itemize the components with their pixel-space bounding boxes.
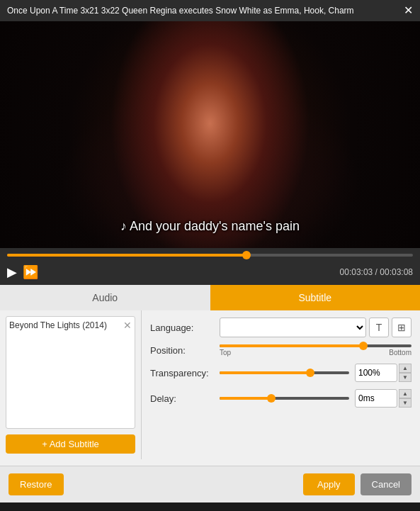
- settings-panel: Audio Subtitle Beyond The Lights (2014) …: [0, 285, 420, 466]
- tab-bar: Audio Subtitle: [0, 285, 420, 310]
- delay-slider-wrap: [220, 397, 349, 400]
- transparency-label: Transparency:: [150, 368, 214, 378]
- video-subtitle: ♪ And your daddy's name's pain: [0, 219, 420, 234]
- delay-value-wrap: 0ms ▲ ▼: [355, 389, 412, 408]
- position-label: Position:: [150, 345, 214, 356]
- close-button[interactable]: ✕: [404, 5, 413, 16]
- transparency-row: Transparency: 100% ▲ ▼: [150, 364, 412, 382]
- playback-controls: ▶ ⏩ 00:03:03 / 00:03:08: [0, 259, 420, 285]
- transparency-spinner: ▲ ▼: [399, 364, 412, 382]
- title-bar: Once Upon A Time 3x21 3x22 Queen Regina …: [0, 0, 420, 21]
- window-title: Once Upon A Time 3x21 3x22 Queen Regina …: [7, 6, 354, 16]
- time-display: 00:03:03 / 00:03:08: [340, 267, 413, 277]
- subtitle-list: Beyond The Lights (2014) ✕: [6, 316, 135, 429]
- total-time: 00:03:08: [380, 267, 413, 277]
- cancel-button[interactable]: Cancel: [361, 473, 412, 495]
- subtitle-name: Beyond The Lights (2014): [9, 320, 107, 330]
- transparency-down[interactable]: ▼: [399, 373, 412, 382]
- transparency-track[interactable]: [220, 371, 349, 374]
- language-select-wrap: T ⊞: [220, 318, 412, 337]
- position-thumb[interactable]: [359, 342, 368, 350]
- tab-subtitle[interactable]: Subtitle: [210, 285, 421, 310]
- delay-down[interactable]: ▼: [399, 398, 412, 408]
- add-subtitle-button[interactable]: + Add Subtitle: [6, 434, 135, 454]
- position-slider-wrap: Top Bottom: [220, 344, 412, 356]
- progress-thumb: [242, 251, 251, 259]
- progress-track[interactable]: [7, 254, 413, 257]
- delay-spinner: ▲ ▼: [399, 389, 412, 408]
- text-style-button[interactable]: T: [369, 318, 389, 337]
- subtitle-remove-button[interactable]: ✕: [123, 320, 132, 331]
- restore-button[interactable]: Restore: [8, 473, 64, 495]
- delay-thumb[interactable]: [267, 394, 276, 403]
- progress-fill: [7, 254, 246, 257]
- tab-audio[interactable]: Audio: [0, 285, 210, 310]
- transparency-value-wrap: 100% ▲ ▼: [355, 364, 412, 382]
- footer-right: Apply Cancel: [303, 473, 412, 495]
- progress-bar-container[interactable]: [0, 248, 420, 259]
- delay-track[interactable]: [220, 397, 349, 400]
- cc-style-button[interactable]: ⊞: [392, 318, 412, 337]
- add-subtitle-label: + Add Subtitle: [42, 439, 99, 449]
- video-player: ♪ And your daddy's name's pain: [0, 21, 420, 248]
- apply-button[interactable]: Apply: [303, 473, 355, 495]
- language-select[interactable]: [220, 318, 366, 337]
- position-fill: [220, 344, 363, 347]
- subtitle-settings-panel: Language: T ⊞ Position:: [142, 310, 420, 459]
- time-separator: /: [375, 267, 378, 277]
- position-top-label: Top: [220, 349, 231, 356]
- position-row: Position: Top Bottom: [150, 344, 412, 356]
- delay-fill: [220, 397, 271, 400]
- current-time: 00:03:03: [340, 267, 373, 277]
- transparency-thumb[interactable]: [306, 369, 314, 377]
- cc-icon: ⊞: [397, 322, 406, 333]
- subtitle-list-item: Beyond The Lights (2014) ✕: [9, 320, 132, 331]
- position-track[interactable]: [220, 344, 412, 347]
- footer: Restore Apply Cancel: [0, 466, 420, 502]
- transparency-up[interactable]: ▲: [399, 364, 412, 373]
- play-button[interactable]: ▶: [7, 264, 17, 280]
- position-labels: Top Bottom: [220, 349, 412, 356]
- position-bottom-label: Bottom: [389, 349, 412, 356]
- transparency-slider-wrap: [220, 371, 349, 374]
- video-figure: [0, 21, 420, 248]
- language-label: Language:: [150, 322, 214, 333]
- subtitle-list-panel: Beyond The Lights (2014) ✕ + Add Subtitl…: [0, 310, 142, 459]
- delay-row: Delay: 0ms ▲ ▼: [150, 389, 412, 408]
- delay-value: 0ms: [355, 389, 397, 408]
- fast-forward-button[interactable]: ⏩: [23, 264, 38, 280]
- transparency-fill: [220, 371, 310, 374]
- text-icon: T: [376, 322, 382, 333]
- delay-label: Delay:: [150, 393, 214, 404]
- delay-up[interactable]: ▲: [399, 389, 412, 398]
- panel-content: Beyond The Lights (2014) ✕ + Add Subtitl…: [0, 310, 420, 459]
- transparency-value: 100%: [355, 364, 397, 382]
- controls-left: ▶ ⏩: [7, 264, 38, 280]
- language-row: Language: T ⊞: [150, 318, 412, 337]
